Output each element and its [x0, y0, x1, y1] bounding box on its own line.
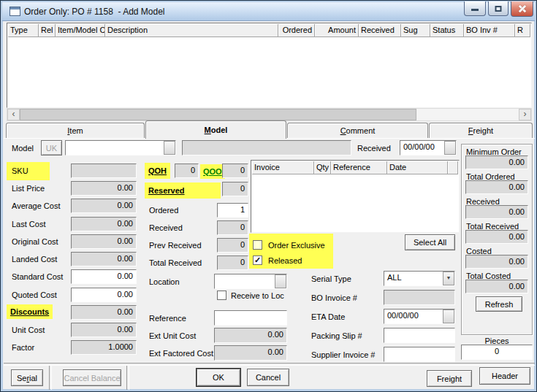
- refresh-button[interactable]: Refresh: [476, 296, 522, 312]
- ok-button[interactable]: OK: [197, 369, 240, 386]
- ext-unit-cost-field: 0.00: [214, 328, 287, 343]
- qoh-link[interactable]: QOH: [145, 163, 170, 179]
- model-label: Model: [12, 144, 34, 153]
- model-combo[interactable]: [65, 140, 176, 155]
- order-exclusive-checkbox[interactable]: [253, 240, 262, 250]
- maximize-button[interactable]: [488, 1, 509, 16]
- grid-horizontal-scrollbar[interactable]: ‹ ›: [7, 108, 532, 121]
- total-received-label: Total Received: [149, 258, 202, 268]
- bo-invoice-field: [384, 290, 455, 305]
- column-header-status[interactable]: Status: [430, 24, 464, 37]
- ordered-field[interactable]: 1: [217, 203, 248, 218]
- standard-cost-field[interactable]: 0.00: [71, 269, 137, 284]
- standard-cost-label: Standard Cost: [12, 272, 63, 282]
- select-all-button[interactable]: Select All: [405, 234, 455, 250]
- minimize-icon: [471, 9, 479, 11]
- released-checkbox[interactable]: ✓: [253, 255, 262, 265]
- qoo-link[interactable]: QOO: [200, 164, 225, 179]
- original-cost-label: Original Cost: [12, 237, 58, 247]
- column-header-amount[interactable]: Amount: [315, 24, 359, 37]
- tab-comment[interactable]: Comment: [287, 123, 428, 139]
- ext-unit-cost-label: Ext Unit Cost: [149, 331, 196, 341]
- sku-label: SKU: [7, 162, 50, 180]
- serial-type-label: Serial Type: [311, 274, 351, 284]
- window-icon: [9, 7, 20, 16]
- items-grid-header: Type Rel Item/Model Code Description Ord…: [8, 24, 530, 37]
- reference-label: Reference: [149, 314, 186, 323]
- serial-type-drop-button[interactable]: ▼: [443, 272, 454, 285]
- average-cost-label: Average Cost: [12, 201, 60, 211]
- pieces-field[interactable]: 0: [461, 345, 533, 360]
- quoted-cost-field[interactable]: 0.00: [71, 288, 137, 302]
- column-header-item-model-code[interactable]: Item/Model Code: [56, 24, 105, 37]
- invoice-col-date[interactable]: Date: [387, 161, 448, 174]
- eta-date-drop-button[interactable]: [443, 310, 454, 323]
- scrollbar-thumb[interactable]: [20, 109, 416, 120]
- ext-factored-cost-field: 0.00: [214, 345, 287, 361]
- tab-item[interactable]: Item: [6, 123, 145, 139]
- cancel-button[interactable]: Cancel: [247, 369, 289, 386]
- column-header-bo-inv[interactable]: BO Inv #: [464, 24, 515, 37]
- window-title: Order Only: PO # 1158 - Add Model: [24, 7, 165, 17]
- received-total-field: 0.00: [465, 205, 528, 219]
- model-combo-drop-button[interactable]: [164, 141, 175, 155]
- tab-model[interactable]: Model: [145, 120, 286, 139]
- packing-slip-field[interactable]: [384, 328, 455, 343]
- invoice-col-invoice[interactable]: Invoice: [252, 161, 314, 174]
- column-header-received[interactable]: Received: [359, 24, 401, 37]
- bo-invoice-label: BO Invoice #: [311, 293, 357, 303]
- received-date-drop-button[interactable]: [444, 141, 456, 155]
- minimize-button[interactable]: [464, 1, 486, 16]
- total-received-field: 0: [217, 255, 248, 270]
- sku-field: [71, 164, 137, 178]
- column-header-sug[interactable]: Sug: [401, 24, 430, 37]
- minimum-order-field: 0.00: [465, 155, 528, 169]
- reference-field[interactable]: [214, 310, 287, 326]
- column-header-description[interactable]: Description: [105, 24, 278, 37]
- freight-button[interactable]: Freight: [427, 370, 472, 387]
- released-label: Released: [268, 256, 302, 266]
- column-header-type[interactable]: Type: [8, 24, 39, 37]
- invoice-col-reference[interactable]: Reference: [331, 161, 387, 174]
- supplier-invoice-label: Supplier Invoice #: [311, 350, 375, 360]
- header-button[interactable]: Header: [479, 367, 530, 385]
- column-header-rel[interactable]: Rel: [39, 24, 56, 37]
- ext-factored-cost-label: Ext Factored Cost: [149, 349, 213, 358]
- receive-to-loc-checkbox[interactable]: [217, 291, 226, 300]
- scroll-right-button[interactable]: ›: [519, 109, 531, 120]
- invoice-table: Invoice Qty Reference Date: [251, 160, 460, 233]
- title-bar: Order Only: PO # 1158 - Add Model: [2, 2, 535, 21]
- total-costed-field: 0.00: [465, 280, 528, 293]
- chevron-down-icon: ▼: [446, 275, 452, 280]
- ordered-label: Ordered: [149, 206, 178, 215]
- scroll-left-button[interactable]: ‹: [7, 109, 20, 120]
- costed-field: 0.00: [465, 255, 528, 269]
- prev-received-field: 0: [217, 238, 248, 253]
- footer-vertical-separator-1: [49, 366, 52, 390]
- chevron-right-icon: ›: [524, 109, 527, 119]
- total-received-total-field: 0.00: [465, 230, 528, 244]
- received-qty-label: Received: [149, 223, 183, 233]
- close-button[interactable]: [511, 1, 533, 17]
- maximize-icon: [495, 6, 502, 12]
- invoice-table-body: [252, 174, 458, 231]
- discounts-field: 0.00: [71, 305, 137, 320]
- last-cost-label: Last Cost: [12, 220, 45, 229]
- received-date-label: Received: [357, 144, 391, 153]
- reserved-link[interactable]: Reserved: [145, 182, 221, 199]
- location-drop-button[interactable]: [275, 274, 286, 288]
- tab-freight[interactable]: Freight: [429, 123, 533, 139]
- landed-cost-field: 0.00: [71, 252, 137, 266]
- invoice-col-qty[interactable]: Qty: [314, 161, 331, 174]
- unit-cost-field: 0.00: [71, 323, 137, 337]
- supplier-invoice-field[interactable]: [384, 347, 455, 362]
- eta-date-label: ETA Date: [311, 312, 345, 322]
- cancel-balance-button: Cancel Balance: [63, 369, 121, 386]
- discounts-link[interactable]: Discounts: [7, 304, 53, 319]
- items-grid-body: [8, 37, 530, 107]
- qoh-field: 0: [175, 164, 199, 178]
- column-header-r[interactable]: R: [515, 24, 530, 37]
- serial-button[interactable]: Serial: [11, 369, 43, 386]
- total-ordered-field: 0.00: [465, 180, 528, 194]
- column-header-ordered[interactable]: Ordered: [278, 24, 315, 37]
